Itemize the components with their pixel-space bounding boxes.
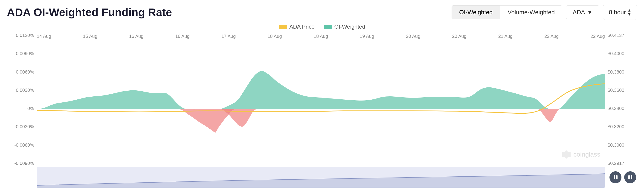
y-right-label-0: $0.4137 — [608, 33, 637, 38]
pause-button-2[interactable] — [624, 171, 636, 183]
legend-color-oi — [324, 25, 332, 29]
chevron-down-icon: ▼ — [587, 9, 593, 16]
page-title: ADA OI-Weighted Funding Rate — [7, 6, 172, 19]
pause-icon-1 — [613, 175, 618, 180]
mini-chart-svg — [37, 167, 605, 188]
y-right-label-2: $0.3800 — [608, 69, 637, 75]
x-label-8: 20 Aug — [406, 34, 420, 39]
pause-button-1[interactable] — [610, 171, 622, 183]
mini-left-spacer — [7, 167, 37, 188]
tab-volume-weighted[interactable]: Volume-Weighted — [500, 6, 562, 19]
main-chart-svg — [37, 33, 605, 166]
x-label-7: 19 Aug — [360, 34, 374, 39]
legend-color-price — [279, 25, 287, 29]
x-label-2: 16 Aug — [129, 34, 144, 39]
x-axis: 14 Aug 15 Aug 16 Aug 16 Aug 17 Aug 18 Au… — [37, 33, 605, 40]
x-label-10: 21 Aug — [498, 34, 512, 39]
mini-right-controls — [605, 167, 637, 188]
y-axis-left: 0.0120% 0.0090% 0.0060% 0.0030% 0% -0.00… — [7, 33, 37, 166]
y-right-label-6: $0.3000 — [608, 142, 637, 148]
x-label-5: 18 Aug — [268, 34, 282, 39]
pause-icon-2 — [628, 175, 632, 180]
x-label-3: 16 Aug — [175, 34, 190, 39]
chart-legend: ADA Price OI-Weighted — [7, 24, 637, 30]
mini-chart-row — [7, 167, 637, 188]
coinglass-logo-icon — [562, 150, 571, 159]
asset-select[interactable]: ADA ▼ — [566, 5, 599, 19]
tab-oi-weighted[interactable]: OI-Weighted — [452, 6, 500, 19]
legend-item-oi: OI-Weighted — [324, 24, 365, 30]
x-label-6: 18 Aug — [314, 34, 328, 39]
y-label-3: 0.0030% — [7, 88, 34, 93]
watermark-text: coinglass — [573, 151, 600, 158]
x-label-12: 22 Aug — [590, 34, 605, 39]
sort-icon: ▲▼ — [627, 8, 631, 16]
x-label-9: 20 Aug — [452, 34, 466, 39]
y-label-0: 0.0120% — [7, 33, 34, 38]
y-right-label-3: $0.3600 — [608, 88, 637, 93]
y-label-4: 0% — [7, 106, 34, 111]
main-chart-row: 0.0120% 0.0090% 0.0060% 0.0030% 0% -0.00… — [7, 33, 637, 166]
y-right-label-4: $0.3400 — [608, 106, 637, 111]
header: ADA OI-Weighted Funding Rate OI-Weighted… — [7, 5, 637, 20]
y-label-2: 0.0060% — [7, 69, 34, 75]
y-label-6: -0.0060% — [7, 142, 34, 148]
mini-chart — [37, 167, 605, 188]
legend-item-price: ADA Price — [279, 24, 314, 30]
y-right-label-1: $0.4000 — [608, 51, 637, 56]
y-axis-right: $0.4137 $0.4000 $0.3800 $0.3600 $0.3400 … — [605, 33, 637, 166]
timeframe-select[interactable]: 8 hour ▲▼ — [603, 5, 637, 20]
legend-label-price: ADA Price — [289, 24, 314, 30]
weighting-tab-group: OI-Weighted Volume-Weighted — [452, 5, 562, 19]
y-label-5: -0.0030% — [7, 124, 34, 129]
y-label-1: 0.0090% — [7, 51, 34, 56]
x-label-4: 17 Aug — [222, 34, 236, 39]
chart-wrapper: 0.0120% 0.0090% 0.0060% 0.0030% 0% -0.00… — [7, 33, 637, 188]
page-container: ADA OI-Weighted Funding Rate OI-Weighted… — [0, 0, 644, 190]
x-label-0: 14 Aug — [37, 34, 51, 39]
chart-svg-container: 14 Aug 15 Aug 16 Aug 16 Aug 17 Aug 18 Au… — [37, 33, 605, 166]
x-label-1: 15 Aug — [83, 34, 97, 39]
controls: OI-Weighted Volume-Weighted ADA ▼ 8 hour… — [452, 5, 637, 20]
y-label-7: -0.0090% — [7, 161, 34, 166]
y-right-label-5: $0.3200 — [608, 124, 637, 129]
main-chart: 0.0120% 0.0090% 0.0060% 0.0030% 0% -0.00… — [7, 33, 637, 166]
watermark: coinglass — [562, 150, 600, 159]
y-right-label-7: $0.2917 — [608, 161, 637, 166]
legend-label-oi: OI-Weighted — [334, 24, 365, 30]
x-label-11: 22 Aug — [544, 34, 558, 39]
